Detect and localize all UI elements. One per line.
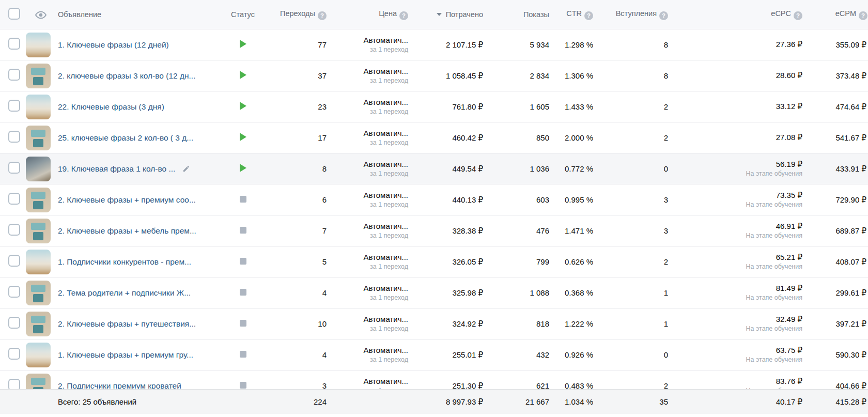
ad-title-cell: 1. Ключевые фразы (12 дней)	[57, 40, 227, 50]
ctr-value: 1.298 %	[553, 40, 597, 49]
col-header-clicks-label: Переходы	[280, 9, 315, 18]
spent-value: 2 107.15 ₽	[412, 40, 487, 50]
spent-value: 761.80 ₽	[412, 102, 487, 112]
price-cell: Автоматич...за 1 переход	[331, 129, 412, 147]
ad-thumbnail[interactable]	[26, 312, 51, 336]
spent-value: 326.05 ₽	[412, 257, 487, 267]
ad-title-link[interactable]: 1. Подписчики конкурентов - прем...	[58, 257, 191, 267]
visibility-cell	[25, 7, 57, 23]
col-header-impressions[interactable]: Показы	[487, 10, 553, 19]
impressions-value: 1 088	[487, 288, 553, 297]
row-checkbox[interactable]	[8, 286, 20, 298]
ecpc-main: 27.36 ₽	[672, 40, 802, 50]
table-row: 1. Ключевые фразы (12 дней)77Автоматич..…	[0, 29, 868, 60]
ad-title-link[interactable]: 19. Ключевая фраза 1 кол-во ...	[58, 164, 175, 174]
ad-title-link[interactable]: 1. Ключевые фразы + премиум гру...	[58, 350, 193, 360]
joins-value: 0	[597, 350, 672, 359]
row-checkbox[interactable]	[8, 317, 20, 329]
status-cell	[227, 226, 258, 236]
impressions-value: 432	[487, 350, 553, 359]
help-icon[interactable]: ?	[584, 11, 593, 20]
ecpm-value: 474.64 ₽	[807, 102, 868, 112]
status-cell	[227, 102, 258, 112]
spent-value: 440.13 ₽	[412, 195, 487, 205]
ad-thumbnail[interactable]	[26, 95, 51, 119]
row-checkbox[interactable]	[8, 162, 20, 174]
spent-value: 328.38 ₽	[412, 226, 487, 236]
ad-title-link[interactable]: 2. Ключевые фразы + премиум соо...	[58, 195, 196, 205]
row-checkbox[interactable]	[8, 100, 20, 112]
joins-value: 8	[597, 40, 672, 49]
joins-value: 1	[597, 319, 672, 328]
row-checkbox[interactable]	[8, 38, 20, 50]
price-cell: Автоматич...за 1 переход	[331, 346, 412, 364]
col-header-joins[interactable]: Вступления?	[597, 9, 672, 20]
ad-thumbnail[interactable]	[26, 343, 51, 367]
help-icon[interactable]: ?	[659, 11, 668, 20]
help-icon[interactable]: ?	[318, 11, 327, 20]
col-header-status[interactable]: Статус	[227, 10, 258, 19]
ad-title-link[interactable]: 1. Ключевые фразы (12 дней)	[58, 40, 169, 50]
totals-ecpc: 40.17 ₽	[672, 397, 807, 407]
col-header-ecpm[interactable]: eCPM?	[807, 9, 868, 20]
ad-title-link[interactable]: 2. Тема родители + подписчики Ж...	[58, 288, 191, 298]
select-all-checkbox[interactable]	[8, 8, 20, 20]
ad-thumbnail[interactable]	[26, 33, 51, 57]
ad-title-link[interactable]: 2. Ключевые фразы + мебель прем...	[58, 226, 196, 236]
clicks-value: 37	[258, 71, 331, 80]
ad-thumbnail[interactable]	[26, 126, 51, 150]
row-checkbox[interactable]	[8, 131, 20, 143]
col-header-clicks[interactable]: Переходы?	[258, 9, 331, 20]
status-cell	[227, 195, 258, 205]
row-checkbox[interactable]	[8, 193, 20, 205]
status-play-icon	[240, 164, 246, 172]
ad-thumbnail[interactable]	[26, 281, 51, 305]
ad-thumbnail[interactable]	[26, 188, 51, 212]
col-header-ecpc[interactable]: eCPC?	[672, 9, 807, 20]
ad-thumbnail[interactable]	[26, 250, 51, 274]
help-icon[interactable]: ?	[399, 11, 408, 20]
status-stop-icon	[240, 351, 246, 358]
joins-value: 2	[597, 102, 672, 111]
clicks-value: 8	[258, 164, 331, 173]
row-checkbox[interactable]	[8, 348, 20, 360]
eye-icon[interactable]	[35, 9, 47, 21]
ad-title-link[interactable]: 2. Ключевые фразы + путешествия...	[58, 319, 196, 329]
clicks-value: 5	[258, 257, 331, 266]
ad-title-link[interactable]: 2. ключевые фразы 3 кол-во (12 дн...	[58, 71, 195, 81]
ad-title-link[interactable]: 25. ключевые фразы 2 кол-во ( 3 д...	[58, 133, 193, 143]
ad-thumbnail-cell	[25, 312, 57, 336]
ad-thumbnail[interactable]	[26, 157, 51, 181]
col-header-price-label: Цена	[379, 9, 397, 18]
sort-caret-down-icon	[437, 13, 442, 16]
help-icon[interactable]: ?	[794, 11, 802, 20]
status-stop-icon	[240, 320, 246, 327]
price-main: Автоматич...	[331, 377, 408, 387]
ecpc-cell: 33.12 ₽	[672, 102, 807, 112]
joins-value: 0	[597, 164, 672, 173]
table-body: 1. Ключевые фразы (12 дней)77Автоматич..…	[0, 29, 868, 401]
col-header-price[interactable]: Цена?	[331, 9, 412, 20]
col-header-ad[interactable]: Объявление	[57, 10, 227, 19]
ad-thumbnail[interactable]	[26, 219, 51, 243]
totals-clicks: 224	[258, 397, 331, 406]
col-header-ad-label: Объявление	[58, 10, 101, 19]
totals-row: Всего: 25 объявлений 224 8 997.93 ₽ 21 6…	[0, 389, 868, 414]
row-checkbox[interactable]	[8, 255, 20, 267]
row-checkbox[interactable]	[8, 69, 20, 81]
ad-title-cell: 2. Ключевые фразы + мебель прем...	[57, 226, 227, 236]
col-header-spent[interactable]: Потрачено	[412, 10, 487, 19]
row-checkbox-cell	[0, 224, 25, 238]
clicks-value: 10	[258, 319, 331, 328]
ecpc-learning-label: На этапе обучения	[672, 325, 802, 333]
edit-pencil-icon[interactable]	[182, 165, 190, 173]
help-icon[interactable]: ?	[859, 11, 867, 20]
row-checkbox-cell	[0, 100, 25, 114]
ecpc-learning-label: На этапе обучения	[672, 294, 802, 302]
ad-title-link[interactable]: 22. Ключевые фразы (3 дня)	[58, 102, 164, 112]
col-header-ecpc-label: eCPC	[771, 9, 791, 18]
col-header-ctr[interactable]: CTR?	[553, 9, 597, 20]
row-checkbox[interactable]	[8, 224, 20, 236]
ad-thumbnail[interactable]	[26, 64, 51, 88]
price-cell: Автоматич...за 1 переход	[331, 253, 412, 271]
